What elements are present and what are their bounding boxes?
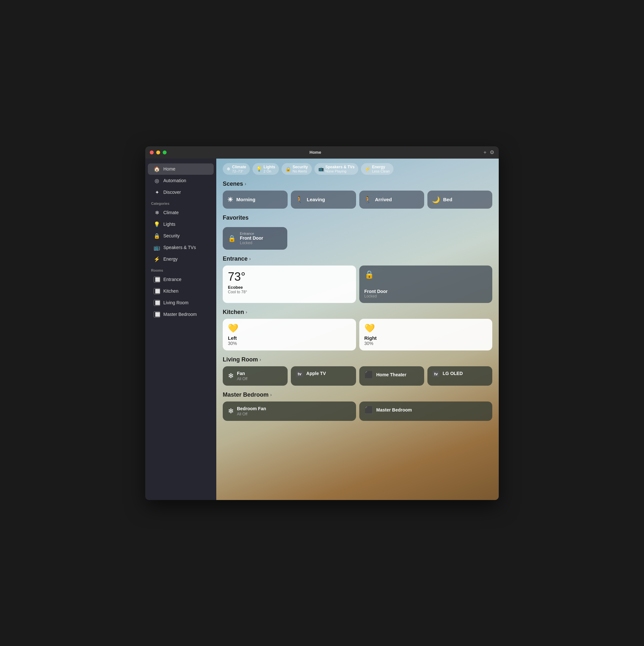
room-title-kitchen: Kitchen [223,309,244,316]
front-door-fav-status: Locked [240,241,263,245]
sidebar-category-climate[interactable]: ❄Climate [148,207,214,218]
front-door-fav-label: Entrance [240,232,263,235]
energy-pill-icon: ⚡ [365,166,370,172]
home-theater-name: Home Theater [376,372,406,377]
lg-oled-name: LG OLED [442,371,463,376]
bed-scene-icon: 🌙 [432,196,440,204]
sidebar-label-security: Security [163,233,180,238]
automation-icon: ◎ [154,178,160,184]
lock-icon: 🔒 [365,270,374,279]
device-master-bedroom-tv[interactable]: ⬛Master Bedroom [359,402,493,421]
home-icon: 🏠 [154,166,160,172]
add-button[interactable]: + [484,149,487,155]
room-title-entrance: Entrance [223,255,248,262]
lock-status: Locked [365,294,377,299]
sidebar-room-label-entrance: Entrance [163,277,181,282]
front-door-fav-icon: 🔒 [228,234,236,242]
fan-name: Fan [237,371,247,376]
sidebar-room-kitchen[interactable]: ⬜Kitchen [148,286,214,297]
light-name: Right [365,335,488,341]
status-pills: ❄Climate72–73°💡Lights2 On🔒SecurityNo Ale… [223,163,492,175]
room-arrow-master-bedroom: › [270,392,272,397]
device-front-door[interactable]: 🔒Front DoorLocked [359,265,493,303]
lights-pill-sub: 2 On [263,169,275,173]
sidebar-label-lights: Lights [163,222,175,227]
status-pill-security[interactable]: 🔒SecurityNo Alerts [281,163,311,175]
sidebar-room-entrance[interactable]: ⬜Entrance [148,274,214,285]
sidebar-item-automation[interactable]: ◎Automation [148,175,214,186]
sidebar-category-energy[interactable]: ⚡Energy [148,253,214,265]
scene-morning[interactable]: ☀Morning [223,191,288,209]
room-title-living-room: Living Room [223,356,258,363]
sidebar-item-discover[interactable]: ✦Discover [148,187,214,198]
scene-leaving[interactable]: 🚶Leaving [291,191,356,209]
device-fan[interactable]: ❄FanAll Off [223,366,288,386]
status-pill-climate[interactable]: ❄Climate72–73° [223,163,250,175]
sidebar-category-speakers-tvs[interactable]: 📺Speakers & TVs [148,242,214,253]
main-content: ❄Climate72–73°💡Lights2 On🔒SecurityNo Ale… [216,158,499,500]
scene-bed[interactable]: 🌙Bed [427,191,492,209]
home-theater-icon: ⬛ [365,371,373,379]
scenes-grid: ☀Morning🚶Leaving🚶Arrived🌙Bed [223,191,492,209]
device-home-theater[interactable]: ⬛Home Theater [359,366,424,386]
climate-pill-sub: 72–73° [232,169,246,173]
fan-icon: ❄ [228,372,234,380]
scene-arrived[interactable]: 🚶Arrived [359,191,424,209]
scenes-arrow: › [245,181,246,186]
device-ecobee[interactable]: 73°EcobeeCool to 78° [223,265,356,303]
sidebar-room-master-bedroom[interactable]: ⬜Master Bedroom [148,309,214,320]
lg-oled-icon: tv [432,371,440,377]
security-icon: 🔒 [154,233,160,239]
room-section-entrance: Entrance›73°EcobeeCool to 78°🔒Front Door… [223,255,492,303]
device-apple-tv[interactable]: tvApple TV [291,366,356,386]
scenes-title: Scenes [223,181,243,187]
security-pill-title: Security [292,165,308,169]
categories-label: Categories [145,198,216,207]
rooms-container: Entrance›73°EcobeeCool to 78°🔒Front Door… [223,255,492,421]
settings-button[interactable]: ⚙ [490,149,494,155]
apple-tv-icon: tv [296,371,303,377]
light-pct: 30% [365,341,488,346]
leaving-scene-icon: 🚶 [295,196,303,204]
sidebar-room-living-room[interactable]: ⬜Living Room [148,297,214,309]
thermo-temp: 73° [228,270,351,284]
status-pill-speakers[interactable]: 📺Speakers & TVsNone Playing [314,163,359,175]
lights-pill-title: Lights [263,165,275,169]
leaving-scene-label: Leaving [307,197,325,202]
morning-scene-icon: ☀ [227,196,233,204]
speakers-tvs-icon: 📺 [154,244,160,251]
discover-icon: ✦ [154,189,160,195]
scenes-header: Scenes › [223,181,492,187]
favorites-title: Favorites [223,214,249,221]
device-left-light[interactable]: 💛Left30% [223,319,356,350]
device-right-light[interactable]: 💛Right30% [359,319,493,350]
bedroom-fan-icon: ❄ [228,407,234,415]
title-bar: Home + ⚙ [145,146,499,158]
status-pill-energy[interactable]: ⚡EnergyLess Clean [361,163,393,175]
security-pill-sub: No Alerts [292,169,308,173]
master-bedroom-tv-icon: ⬛ [365,406,373,414]
thermo-status: Cool to 78° [228,290,351,294]
light-pct: 30% [228,341,351,346]
room-arrow-kitchen: › [246,309,247,315]
rooms-label: Rooms [145,265,216,274]
living-room-room-icon: ⬜ [154,300,160,306]
master-bedroom-tv-name: Master Bedroom [376,407,412,413]
device-bedroom-fan[interactable]: ❄Bedroom FanAll Off [223,402,356,421]
sidebar-category-lights[interactable]: 💡Lights [148,219,214,230]
sidebar-category-security[interactable]: 🔒Security [148,230,214,242]
room-arrow-entrance: › [249,256,251,261]
arrived-scene-icon: 🚶 [364,196,372,204]
device-lg-oled[interactable]: tvLG OLED [427,366,492,386]
speakers-pill-title: Speakers & TVs [326,165,355,169]
sidebar-categories: ❄Climate💡Lights🔒Security📺Speakers & TVs⚡… [145,207,216,265]
sidebar-label-energy: Energy [163,256,177,261]
climate-pill-icon: ❄ [227,166,231,172]
sidebar-label-climate: Climate [163,210,178,215]
bed-scene-label: Bed [443,197,452,202]
entrance-room-icon: ⬜ [154,277,160,283]
favorite-front-door[interactable]: 🔒EntranceFront DoorLocked [223,227,287,250]
room-title-master-bedroom: Master Bedroom [223,392,269,398]
sidebar-item-home[interactable]: 🏠Home [148,164,214,175]
status-pill-lights[interactable]: 💡Lights2 On [252,163,279,175]
